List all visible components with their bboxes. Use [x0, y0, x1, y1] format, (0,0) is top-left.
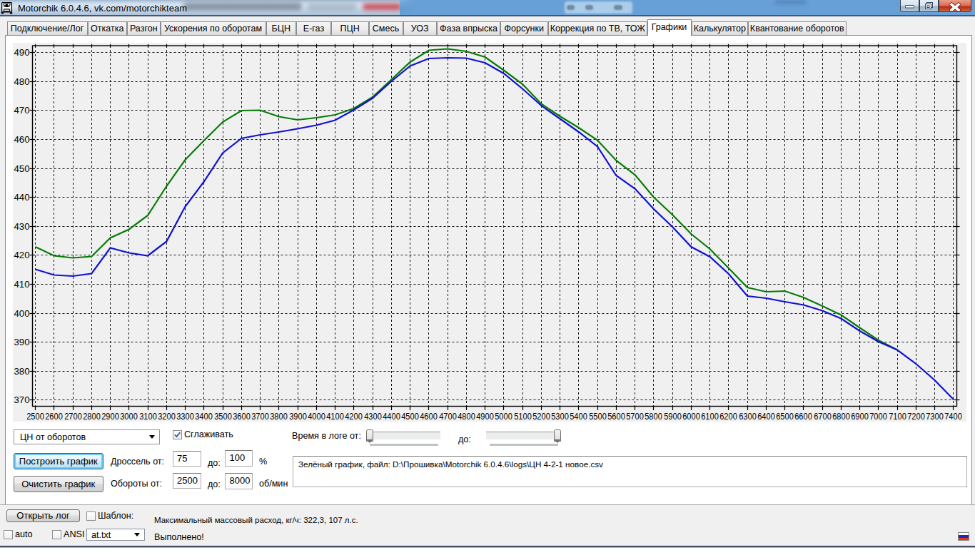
svg-text:3100: 3100: [139, 412, 157, 422]
svg-text:370: 370: [14, 394, 29, 405]
svg-text:3200: 3200: [158, 412, 176, 422]
svg-text:4600: 4600: [420, 412, 438, 422]
svg-text:7000: 7000: [869, 412, 887, 422]
svg-text:6300: 6300: [739, 412, 757, 422]
svg-text:5000: 5000: [495, 412, 512, 422]
svg-text:2900: 2900: [101, 412, 119, 422]
svg-text:5400: 5400: [570, 412, 587, 422]
svg-text:3600: 3600: [233, 412, 251, 422]
svg-text:4400: 4400: [383, 412, 400, 422]
svg-text:5600: 5600: [607, 412, 625, 422]
svg-text:7200: 7200: [907, 412, 925, 422]
svg-text:3700: 3700: [251, 412, 269, 422]
svg-text:420: 420: [14, 250, 29, 260]
svg-text:3000: 3000: [120, 412, 138, 422]
svg-text:6200: 6200: [719, 412, 737, 422]
svg-text:5800: 5800: [645, 412, 662, 422]
svg-text:450: 450: [14, 163, 29, 174]
svg-text:6900: 6900: [851, 412, 869, 422]
svg-text:480: 480: [14, 76, 29, 87]
svg-text:410: 410: [14, 279, 29, 290]
svg-text:3500: 3500: [214, 412, 232, 422]
svg-text:7400: 7400: [944, 412, 962, 422]
svg-text:3800: 3800: [270, 412, 288, 422]
svg-text:430: 430: [14, 221, 29, 232]
svg-text:3900: 3900: [289, 412, 307, 422]
svg-text:6100: 6100: [701, 412, 719, 422]
svg-text:2700: 2700: [64, 412, 82, 422]
svg-text:4800: 4800: [458, 412, 475, 422]
svg-text:6600: 6600: [794, 412, 812, 422]
svg-text:5200: 5200: [532, 412, 550, 422]
svg-text:7300: 7300: [926, 412, 944, 422]
svg-text:6400: 6400: [757, 412, 775, 422]
svg-text:6800: 6800: [832, 412, 850, 422]
svg-text:4900: 4900: [476, 412, 494, 422]
svg-text:4000: 4000: [308, 412, 325, 422]
svg-text:4300: 4300: [364, 412, 382, 422]
svg-text:5100: 5100: [514, 412, 532, 422]
svg-text:2600: 2600: [45, 412, 63, 422]
svg-text:400: 400: [14, 308, 29, 319]
svg-text:5900: 5900: [664, 412, 682, 422]
svg-text:5700: 5700: [626, 412, 644, 422]
svg-text:3400: 3400: [195, 412, 213, 422]
svg-text:4100: 4100: [326, 412, 344, 422]
svg-text:460: 460: [14, 134, 29, 145]
svg-text:3300: 3300: [176, 412, 194, 422]
svg-text:470: 470: [14, 105, 29, 116]
svg-text:2500: 2500: [26, 412, 44, 422]
svg-text:390: 390: [14, 337, 29, 347]
svg-text:2800: 2800: [83, 412, 101, 422]
svg-text:6500: 6500: [776, 412, 794, 422]
svg-text:7100: 7100: [889, 412, 906, 422]
svg-text:5300: 5300: [551, 412, 569, 422]
svg-text:6000: 6000: [682, 412, 700, 422]
svg-text:4500: 4500: [401, 412, 419, 422]
svg-text:380: 380: [14, 366, 29, 377]
svg-text:4700: 4700: [439, 412, 457, 422]
svg-text:4200: 4200: [345, 412, 363, 422]
svg-text:440: 440: [14, 192, 29, 203]
svg-text:5500: 5500: [589, 412, 607, 422]
svg-text:490: 490: [14, 47, 29, 58]
svg-text:6700: 6700: [814, 412, 832, 422]
